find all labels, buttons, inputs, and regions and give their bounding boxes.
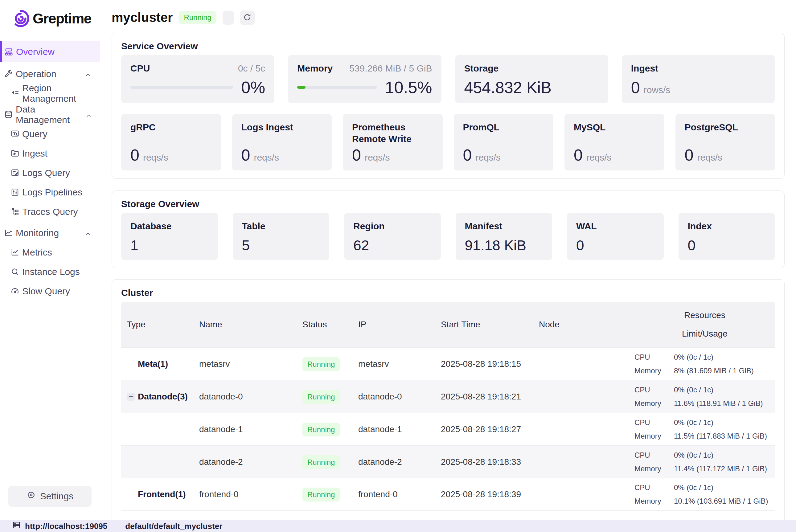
row-start-time: 2025-08-28 19:18:33 (441, 457, 539, 467)
col-resources: Resources Limit/Usage (634, 302, 775, 347)
prometheus-remote-write-value: 0 (352, 147, 361, 163)
cpu-percent: 0% (241, 79, 265, 96)
col-status: Status (302, 320, 358, 329)
logs-ingest-value: 0 (241, 147, 250, 163)
postgresql-value: 0 (685, 147, 694, 163)
prometheus-remote-write-label: Prometheus Remote Write (352, 121, 433, 145)
sidebar-item-monitoring[interactable]: Monitoring (0, 223, 100, 243)
sidebar-item-label: Logs Query (22, 168, 70, 178)
sidebar-item-traces-query[interactable]: Traces Query (0, 202, 100, 221)
cpu-label: CPU (130, 62, 150, 74)
cpu-row-value: 0% (0c / 1c) (674, 385, 775, 394)
row-type-cell: Meta(1) (127, 348, 199, 380)
storage-card: Storage 454.832 KiB (455, 55, 608, 103)
sidebar-item-logs-query[interactable]: Logs Query (0, 163, 100, 183)
ingest-card: Ingest 0 rows/s (622, 55, 775, 103)
mysql-label: MySQL (574, 121, 655, 133)
memory-progress-track (297, 86, 377, 89)
sidebar-item-label: Region Management (22, 83, 100, 104)
sidebar-item-ingest[interactable]: Ingest (0, 144, 100, 163)
table-card: Table 5 (233, 213, 329, 260)
status-bar: http://localhost:19095 default/default_m… (0, 520, 796, 532)
cpu-row-label: CPU (634, 385, 674, 394)
row-resources: CPU 0% (0c / 1c) Memory 11.4% (117.172 M… (634, 451, 775, 473)
row-status-cell: Running (302, 392, 358, 402)
cpu-row-value: 0% (0c / 1c) (674, 418, 775, 427)
cluster-table-header: Type Name Status IP Start Time Node Reso… (121, 302, 775, 347)
promql-card: PromQL 0 reqs/s (454, 114, 554, 170)
ingest-icon (11, 149, 19, 158)
database-selector[interactable]: default/default_mycluster (125, 521, 222, 531)
refresh-button[interactable] (240, 11, 255, 25)
logs-ingest-card: Logs Ingest 0 reqs/s (232, 114, 332, 170)
settings-button[interactable]: Settings (8, 486, 92, 507)
brand-name: Greptime (33, 10, 91, 27)
server-url[interactable]: http://localhost:19095 (25, 521, 107, 531)
page-title: mycluster (112, 10, 173, 25)
table-row: Frontend(1) frontend-0 Running frontend-… (121, 478, 775, 511)
storage-label: Storage (464, 62, 599, 74)
refresh-icon (243, 13, 251, 22)
sidebar-item-logs-pipelines[interactable]: Logs Pipelines (0, 183, 100, 202)
sidebar-item-overview[interactable]: Overview (0, 41, 100, 62)
postgresql-card: PostgreSQL 0 reqs/s (676, 114, 775, 170)
row-type-cell: Datanode(3) (127, 380, 199, 413)
chevron-up-icon (84, 70, 92, 78)
row-name: datanode-0 (199, 392, 302, 402)
sidebar-item-operation[interactable]: Operation (0, 64, 100, 83)
row-type-label: Meta(1) (138, 359, 168, 369)
sidebar-item-slow-query[interactable]: Slow Query (0, 281, 100, 301)
cluster-title: Cluster (121, 288, 775, 298)
prometheus-remote-write-card: Prometheus Remote Write 0 reqs/s (343, 114, 443, 170)
promql-value: 0 (463, 147, 472, 163)
sitemap-icon (4, 48, 13, 56)
brand-logo[interactable]: Greptime (0, 0, 100, 31)
region-value: 62 (353, 238, 432, 252)
manifest-card: Manifest 91.18 KiB (456, 213, 552, 260)
service-rate-row: gRPC 0 reqs/s Logs Ingest 0 reqs/s Prome… (121, 114, 775, 170)
sidebar-item-query[interactable]: Query (0, 124, 100, 144)
table-row: datanode-1 Running datanode-1 2025-08-28… (121, 413, 775, 445)
sidebar-item-label: Instance Logs (22, 267, 80, 277)
memory-card: Memory 539.266 MiB / 5 GiB 10.5% (288, 55, 441, 103)
table-row: datanode-2 Running datanode-2 2025-08-28… (121, 445, 775, 478)
grpc-card: gRPC 0 reqs/s (121, 114, 221, 170)
region-label: Region (353, 221, 432, 232)
sidebar-item-region-management[interactable]: Region Management (0, 83, 100, 103)
collapse-button[interactable] (127, 393, 135, 401)
cpu-detail: 0c / 5c (238, 63, 265, 74)
sidebar-item-data-management[interactable]: Data Management (0, 105, 100, 124)
sidebar-item-metrics[interactable]: Metrics (0, 243, 100, 262)
grpc-label: gRPC (130, 121, 212, 133)
cpu-row-label: CPU (634, 353, 674, 362)
database-value: 1 (130, 238, 209, 252)
header-extra-button[interactable] (223, 11, 234, 25)
ingest-label: Ingest (631, 62, 766, 74)
memory-row-value: 11.5% (117.883 MiB / 1 GiB) (674, 432, 775, 440)
memory-progress-fill (297, 86, 305, 89)
index-label: Index (688, 221, 766, 232)
row-type-cell: Frontend(1) (127, 478, 199, 510)
sidebar-item-label: Overview (16, 46, 55, 57)
sidebar-item-instance-logs[interactable]: Instance Logs (0, 262, 100, 281)
region-management-icon (11, 89, 19, 98)
row-ip: datanode-1 (358, 424, 441, 434)
row-status-cell: Running (302, 457, 358, 467)
sidebar-item-label: Metrics (22, 247, 52, 258)
cpu-row-label: CPU (634, 483, 674, 492)
col-name: Name (199, 320, 302, 329)
memory-row-label: Memory (634, 366, 674, 375)
minus-icon (129, 396, 133, 397)
greptime-spiral-icon (12, 10, 30, 27)
memory-row-label: Memory (634, 399, 674, 408)
row-ip: frontend-0 (358, 490, 441, 499)
chevron-up-icon (86, 111, 92, 118)
traces-query-icon (11, 207, 19, 216)
row-resources: CPU 0% (0c / 1c) Memory 8% (81.609 MiB /… (634, 353, 775, 375)
sidebar: Greptime Overview Operation (0, 0, 100, 520)
query-icon (11, 130, 19, 138)
mysql-unit: reqs/s (586, 152, 612, 163)
row-resources: CPU 0% (0c / 1c) Memory 11.5% (117.883 M… (634, 418, 775, 440)
monitoring-icon (4, 228, 13, 238)
sidebar-item-label: Logs Pipelines (22, 187, 82, 197)
